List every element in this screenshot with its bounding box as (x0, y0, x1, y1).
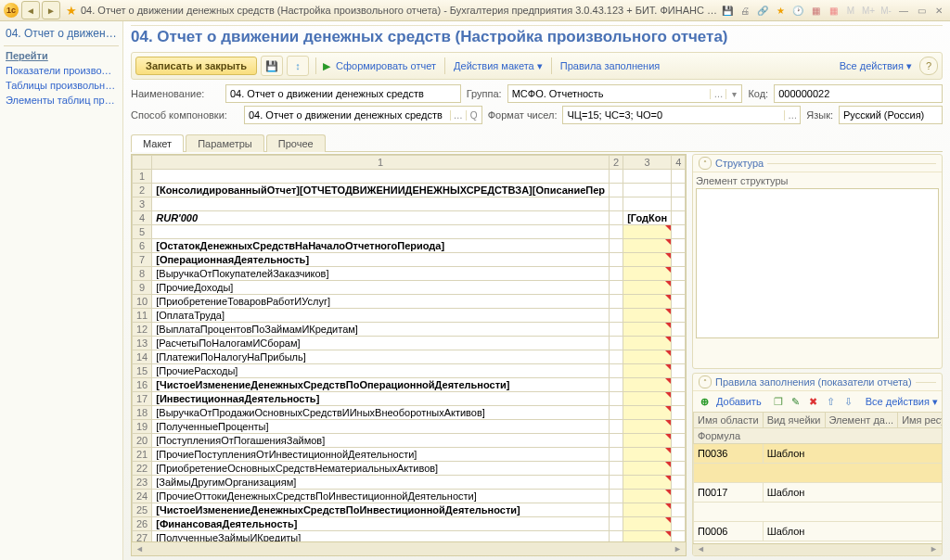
tool-history-icon[interactable]: 🕑 (790, 4, 805, 17)
cell[interactable] (672, 197, 686, 211)
minimize-button[interactable]: — (896, 4, 911, 17)
row-header[interactable]: 20 (133, 434, 152, 448)
cell[interactable]: [ОстатокДенежныхСредствНаНачалоОтчетного… (152, 239, 610, 253)
tab-layout[interactable]: Макет (131, 134, 184, 152)
rule-formula-cell[interactable] (694, 503, 943, 522)
cell[interactable] (610, 448, 623, 462)
cell[interactable]: [ПриобретениеОсновныхСредствНематериальн… (152, 462, 610, 476)
cell[interactable]: [ПриобретениеТоваровРаботИУслуг] (152, 295, 610, 309)
cell[interactable] (623, 170, 672, 184)
cell[interactable] (672, 239, 686, 253)
nav-forward-button[interactable]: ► (42, 1, 60, 19)
cell[interactable] (672, 503, 686, 517)
cell[interactable] (610, 184, 623, 197)
rule-kind-cell[interactable]: Шаблон (763, 522, 942, 541)
cell[interactable] (672, 309, 686, 323)
cell[interactable] (623, 364, 672, 378)
row-header[interactable]: 12 (133, 323, 152, 337)
cell[interactable]: [ПрочиеРасходы] (152, 364, 610, 378)
cell[interactable]: [ОперационнаяДеятельность] (152, 253, 610, 267)
row-header[interactable]: 25 (133, 503, 152, 517)
rules-col-header[interactable]: Вид ячейки (763, 413, 825, 428)
tool-chain-icon[interactable]: 🔗 (755, 4, 770, 17)
cell[interactable] (672, 434, 686, 448)
row-header[interactable]: 24 (133, 490, 152, 503)
column-header[interactable]: 2 (610, 156, 623, 170)
cell[interactable] (610, 434, 623, 448)
group-input[interactable]: …▾ (507, 84, 743, 103)
maximize-button[interactable]: ▭ (914, 4, 929, 17)
chevron-down-icon[interactable]: ▾ (725, 89, 741, 99)
cell[interactable] (623, 337, 672, 350)
collapse-icon[interactable]: ˄ (699, 157, 712, 170)
cell[interactable]: [ФинансоваяДеятельность] (152, 517, 610, 531)
nav-back-button[interactable]: ◄ (21, 1, 40, 19)
row-header[interactable]: 10 (133, 295, 152, 309)
add-icon[interactable]: ⊕ (697, 394, 712, 409)
cell[interactable]: [ВыручкаОтПокупателейЗаказчиков] (152, 267, 610, 281)
copy-icon[interactable]: ❐ (771, 394, 786, 409)
rules-all-actions[interactable]: Все действия ▾ (866, 396, 938, 408)
cell[interactable] (610, 295, 623, 309)
cell[interactable] (623, 267, 672, 281)
cell[interactable] (672, 490, 686, 503)
cell[interactable] (672, 281, 686, 295)
m-icon[interactable]: M (843, 4, 858, 17)
cell[interactable]: [ВыручкаОтПродажиОсновныхСредствИИныхВне… (152, 406, 610, 420)
numfmt-input[interactable]: … (562, 106, 801, 124)
cell[interactable]: [ЧистоеИзменениеДенежныхСредствПоОпераци… (152, 378, 610, 392)
cell[interactable] (672, 476, 686, 490)
cell[interactable]: [КонсолидированныйОтчет][ОТЧЕТОДВИЖЕНИИД… (152, 184, 610, 197)
cell[interactable] (623, 476, 672, 490)
cell[interactable] (623, 448, 672, 462)
sidebar-link[interactable]: Показатели произвольны... (0, 63, 122, 78)
cell[interactable] (623, 517, 672, 531)
cell[interactable]: [ИнвестиционнаяДеятельность] (152, 392, 610, 406)
row-header[interactable]: 11 (133, 309, 152, 323)
cell[interactable] (610, 490, 623, 503)
spreadsheet[interactable]: 1234512[КонсолидированныйОтчет][ОТЧЕТОДВ… (131, 154, 687, 556)
form-report-link[interactable]: Сформировать отчет (334, 60, 438, 71)
column-header[interactable]: 3 (623, 156, 672, 170)
move-up-icon[interactable]: ⇧ (824, 394, 839, 409)
cell[interactable] (672, 392, 686, 406)
column-header[interactable] (133, 156, 152, 170)
cell[interactable] (610, 406, 623, 420)
cell[interactable] (623, 197, 672, 211)
edit-icon[interactable]: ✎ (789, 394, 803, 409)
tool-star-icon[interactable]: ★ (773, 4, 788, 17)
cell[interactable] (610, 225, 623, 239)
cell[interactable] (623, 323, 672, 337)
row-header[interactable]: 16 (133, 378, 152, 392)
cell[interactable]: [ПрочиеДоходы] (152, 281, 610, 295)
row-header[interactable]: 18 (133, 406, 152, 420)
tool-calc-icon[interactable]: ▦ (808, 4, 823, 17)
lang-input[interactable]: …Q (839, 106, 943, 124)
cell[interactable]: [ВыплатаПроцентовПоЗаймамИКредитам] (152, 323, 610, 337)
cell[interactable] (610, 170, 623, 184)
cell[interactable] (623, 295, 672, 309)
row-header[interactable]: 22 (133, 462, 152, 476)
cell[interactable] (152, 225, 610, 239)
cell[interactable] (672, 462, 686, 476)
cell[interactable] (672, 295, 686, 309)
tab-params[interactable]: Параметры (186, 134, 264, 152)
cell[interactable] (672, 378, 686, 392)
cell[interactable] (672, 211, 686, 225)
select-icon[interactable]: … (784, 110, 800, 121)
structure-tree[interactable] (696, 188, 939, 338)
cell[interactable]: [ПолученныеЗаймыИКредиты] (152, 531, 610, 542)
collapse-icon[interactable]: ˄ (699, 375, 712, 388)
tab-other[interactable]: Прочее (266, 134, 326, 152)
cell[interactable] (610, 364, 623, 378)
cell[interactable] (610, 337, 623, 350)
all-actions-link[interactable]: Все действия ▾ (840, 60, 912, 72)
cell[interactable]: [ГодКон (623, 211, 672, 225)
cell[interactable] (610, 350, 623, 364)
cell[interactable] (610, 239, 623, 253)
name-input[interactable] (225, 84, 461, 103)
cell[interactable] (610, 211, 623, 225)
cell[interactable]: [ПолученныеПроценты] (152, 420, 610, 434)
cell[interactable] (623, 392, 672, 406)
horizontal-scrollbar[interactable]: ◄► (132, 541, 686, 555)
